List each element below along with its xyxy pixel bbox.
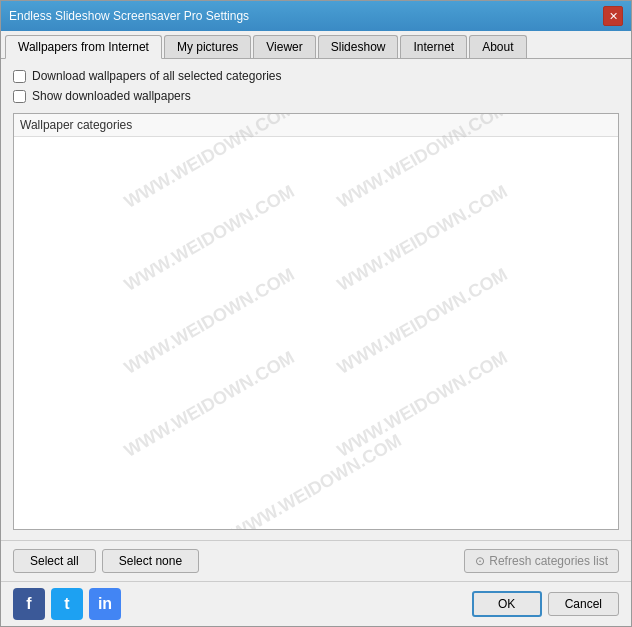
footer: f t in OK Cancel	[1, 581, 631, 626]
title-bar: Endless Slideshow Screensaver Pro Settin…	[1, 1, 631, 31]
show-label: Show downloaded wallpapers	[32, 89, 191, 103]
wallpaper-categories-box: Wallpaper categories WWW.WEIDOWN.COM WWW…	[13, 113, 619, 530]
watermark-text-9: WWW.WEIDOWN.COM	[209, 408, 424, 529]
watermark-text-6: WWW.WEIDOWN.COM	[315, 242, 530, 401]
refresh-icon: ⊙	[475, 554, 485, 568]
watermark-text-4: WWW.WEIDOWN.COM	[315, 159, 530, 318]
refresh-label: Refresh categories list	[489, 554, 608, 568]
show-checkbox[interactable]	[13, 90, 26, 103]
download-checkbox[interactable]	[13, 70, 26, 83]
window-title: Endless Slideshow Screensaver Pro Settin…	[9, 9, 249, 23]
watermark-text-5: WWW.WEIDOWN.COM	[102, 242, 317, 401]
tab-internet[interactable]: Internet	[400, 35, 467, 58]
tab-bar: Wallpapers from Internet My pictures Vie…	[1, 31, 631, 59]
wallpaper-box-header: Wallpaper categories	[14, 114, 618, 137]
twitter-icon: t	[64, 595, 69, 613]
watermark-text-8: WWW.WEIDOWN.COM	[315, 325, 530, 484]
main-window: Endless Slideshow Screensaver Pro Settin…	[0, 0, 632, 627]
facebook-button[interactable]: f	[13, 588, 45, 620]
select-none-button[interactable]: Select none	[102, 549, 199, 573]
tab-wallpapers[interactable]: Wallpapers from Internet	[5, 35, 162, 59]
show-checkbox-row: Show downloaded wallpapers	[13, 89, 619, 103]
tab-mypictures[interactable]: My pictures	[164, 35, 251, 58]
googleplus-button[interactable]: in	[89, 588, 121, 620]
watermark-text-3: WWW.WEIDOWN.COM	[102, 159, 317, 318]
watermark: WWW.WEIDOWN.COM WWW.WEIDOWN.COM WWW.WEID…	[14, 114, 618, 529]
close-button[interactable]: ✕	[603, 6, 623, 26]
twitter-button[interactable]: t	[51, 588, 83, 620]
ok-button[interactable]: OK	[472, 591, 542, 617]
tab-viewer[interactable]: Viewer	[253, 35, 315, 58]
bottom-bar: Select all Select none ⊙ Refresh categor…	[1, 540, 631, 581]
download-label: Download wallpapers of all selected cate…	[32, 69, 281, 83]
googleplus-icon: in	[98, 595, 112, 613]
tab-about[interactable]: About	[469, 35, 526, 58]
watermark-text-7: WWW.WEIDOWN.COM	[102, 325, 317, 484]
cancel-button[interactable]: Cancel	[548, 592, 619, 616]
facebook-icon: f	[26, 595, 31, 613]
select-all-button[interactable]: Select all	[13, 549, 96, 573]
download-checkbox-row: Download wallpapers of all selected cate…	[13, 69, 619, 83]
tab-slideshow[interactable]: Slideshow	[318, 35, 399, 58]
main-content: Download wallpapers of all selected cate…	[1, 59, 631, 540]
refresh-categories-button[interactable]: ⊙ Refresh categories list	[464, 549, 619, 573]
